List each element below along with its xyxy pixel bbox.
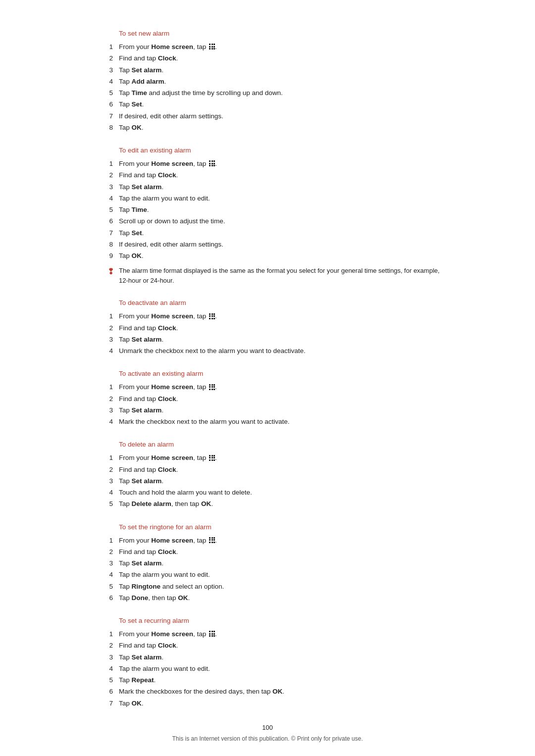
steps-list-set-new-alarm: 1From your Home screen, tap .2Find and t… (89, 42, 446, 133)
section-set-ringtone: To set the ringtone for an alarm1From yo… (89, 523, 446, 604)
step-item: 4Tap Add alarm. (89, 77, 446, 87)
step-number: 3 (89, 335, 119, 345)
step-item: 7Tap OK. (89, 699, 446, 708)
step-number: 4 (89, 488, 119, 498)
section-set-recurring-alarm: To set a recurring alarm1From your Home … (89, 617, 446, 708)
step-text: Tap Set alarm. (119, 476, 446, 486)
step-number: 5 (89, 88, 119, 98)
step-number: 6 (89, 216, 119, 226)
step-text: Tap Delete alarm, then tap OK. (119, 499, 446, 509)
step-text: Find and tap Clock. (119, 465, 446, 475)
step-item: 1From your Home screen, tap . (89, 382, 446, 392)
step-number: 1 (89, 629, 119, 639)
step-number: 2 (89, 641, 119, 651)
step-item: 5Tap Ringtone and select an option. (89, 582, 446, 592)
step-text: From your Home screen, tap . (119, 536, 446, 546)
step-item: 5Tap Time and adjust the time by scrolli… (89, 88, 446, 98)
section-delete-alarm: To delete an alarm1From your Home screen… (89, 441, 446, 509)
step-number: 7 (89, 228, 119, 238)
section-edit-existing-alarm: To edit an existing alarm1From your Home… (89, 147, 446, 285)
step-text: Tap Set. (119, 228, 446, 238)
step-text: From your Home screen, tap . (119, 159, 446, 169)
step-number: 8 (89, 240, 119, 250)
section-title-delete-alarm: To delete an alarm (119, 441, 446, 448)
step-text: From your Home screen, tap . (119, 311, 446, 321)
step-text: Find and tap Clock. (119, 641, 446, 651)
step-text: Find and tap Clock. (119, 394, 446, 404)
step-item: 4Mark the checkbox next to the alarm you… (89, 417, 446, 427)
step-text: Tap Set alarm. (119, 335, 446, 345)
step-item: 2Find and tap Clock. (89, 641, 446, 651)
step-item: 1From your Home screen, tap . (89, 536, 446, 546)
step-number: 9 (89, 251, 119, 261)
step-number: 7 (89, 111, 119, 121)
step-item: 3Tap Set alarm. (89, 653, 446, 662)
step-number: 1 (89, 42, 119, 52)
grid-icon (209, 537, 215, 543)
grid-icon (209, 631, 215, 637)
page-container: To set new alarm1From your Home screen, … (79, 0, 456, 756)
step-number: 3 (89, 476, 119, 486)
step-item: 2Find and tap Clock. (89, 547, 446, 557)
step-number: 6 (89, 593, 119, 603)
step-item: 3Tap Set alarm. (89, 182, 446, 192)
step-item: 3Tap Set alarm. (89, 558, 446, 568)
step-item: 4Tap the alarm you want to edit. (89, 664, 446, 674)
step-text: From your Home screen, tap . (119, 382, 446, 392)
step-number: 4 (89, 417, 119, 427)
step-number: 5 (89, 675, 119, 685)
step-text: Touch and hold the alarm you want to del… (119, 488, 446, 498)
steps-list-delete-alarm: 1From your Home screen, tap .2Find and t… (89, 453, 446, 509)
step-text: Tap the alarm you want to edit. (119, 194, 446, 203)
step-number: 4 (89, 346, 119, 356)
step-text: Tap Ringtone and select an option. (119, 582, 446, 592)
step-number: 2 (89, 394, 119, 404)
step-number: 5 (89, 205, 119, 215)
step-item: 4Tap the alarm you want to edit. (89, 194, 446, 203)
step-item: 2Find and tap Clock. (89, 323, 446, 333)
note-block: ❢The alarm time format displayed is the … (89, 266, 446, 285)
note-text: The alarm time format displayed is the s… (119, 266, 446, 285)
step-item: 5Tap Time. (89, 205, 446, 215)
step-text: If desired, edit other alarm settings. (119, 240, 446, 250)
step-number: 6 (89, 687, 119, 697)
step-number: 8 (89, 123, 119, 133)
step-item: 2Find and tap Clock. (89, 53, 446, 63)
section-title-set-new-alarm: To set new alarm (119, 30, 446, 37)
step-text: Tap Set alarm. (119, 405, 446, 415)
step-text: Tap Add alarm. (119, 77, 446, 87)
footer-note: This is an Internet version of this publ… (0, 735, 535, 742)
steps-list-set-recurring-alarm: 1From your Home screen, tap .2Find and t… (89, 629, 446, 708)
section-title-activate-existing-alarm: To activate an existing alarm (119, 370, 446, 377)
step-text: Tap Set alarm. (119, 182, 446, 192)
step-text: From your Home screen, tap . (119, 629, 446, 639)
step-text: If desired, edit other alarm settings. (119, 111, 446, 121)
step-text: Tap Time and adjust the time by scrollin… (119, 88, 446, 98)
steps-list-activate-existing-alarm: 1From your Home screen, tap .2Find and t… (89, 382, 446, 427)
page-footer: 100 This is an Internet version of this … (0, 724, 535, 742)
step-item: 6Tap Done, then tap OK. (89, 593, 446, 603)
steps-list-deactivate-alarm: 1From your Home screen, tap .2Find and t… (89, 311, 446, 356)
steps-list-edit-existing-alarm: 1From your Home screen, tap .2Find and t… (89, 159, 446, 261)
step-number: 6 (89, 100, 119, 109)
grid-icon (209, 455, 215, 461)
step-item: 2Find and tap Clock. (89, 394, 446, 404)
step-item: 6Mark the checkboxes for the desired day… (89, 687, 446, 697)
step-item: 6Tap Set. (89, 100, 446, 109)
step-text: From your Home screen, tap . (119, 42, 446, 52)
step-text: Tap Set alarm. (119, 558, 446, 568)
step-text: Tap OK. (119, 251, 446, 261)
step-number: 1 (89, 536, 119, 546)
step-text: Find and tap Clock. (119, 547, 446, 557)
step-number: 7 (89, 699, 119, 708)
step-number: 5 (89, 499, 119, 509)
section-deactivate-alarm: To deactivate an alarm1From your Home sc… (89, 299, 446, 356)
step-text: Tap Set alarm. (119, 653, 446, 662)
step-item: 2Find and tap Clock. (89, 465, 446, 475)
step-text: Find and tap Clock. (119, 170, 446, 180)
step-text: From your Home screen, tap . (119, 453, 446, 463)
step-number: 2 (89, 53, 119, 63)
section-title-set-recurring-alarm: To set a recurring alarm (119, 617, 446, 624)
grid-icon (209, 313, 215, 319)
step-item: 4Touch and hold the alarm you want to de… (89, 488, 446, 498)
